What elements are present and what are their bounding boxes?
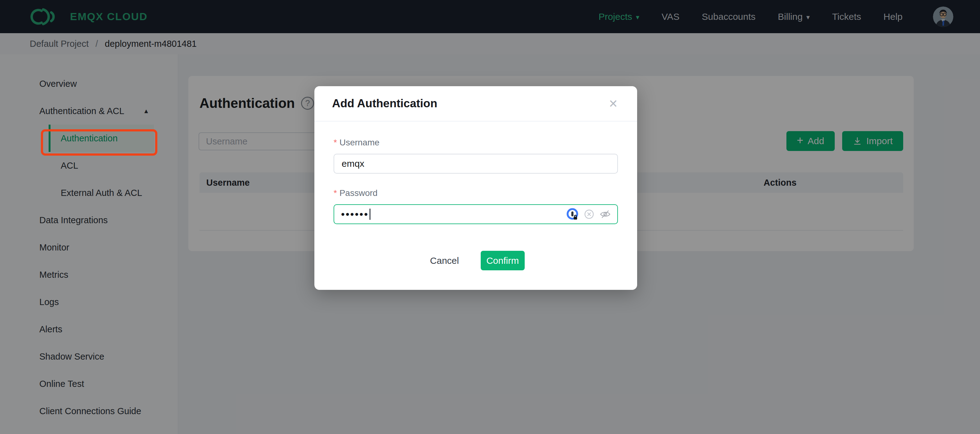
password-input-icons (566, 208, 611, 220)
close-icon[interactable]: ✕ (609, 97, 618, 110)
dialog-title: Add Authentication (332, 97, 438, 110)
eye-slash-icon[interactable] (599, 209, 611, 220)
dialog-header: Add Authentication ✕ (314, 86, 637, 121)
add-authentication-dialog: Add Authentication ✕ * Username * Passwo… (314, 86, 637, 290)
required-marker: * (334, 188, 337, 198)
dialog-footer: Cancel Confirm (334, 251, 618, 270)
cancel-button[interactable]: Cancel (427, 255, 462, 266)
confirm-button[interactable]: Confirm (481, 251, 525, 270)
onepassword-extension-icon[interactable] (566, 208, 579, 220)
required-marker: * (334, 138, 337, 148)
field-label-text: Password (339, 188, 377, 198)
password-masked-value: •••••• (341, 209, 369, 220)
password-input[interactable]: •••••• (334, 204, 618, 224)
clear-icon[interactable] (584, 209, 594, 220)
field-label-text: Username (339, 138, 379, 148)
username-field-label: * Username (334, 138, 618, 148)
text-cursor (369, 209, 371, 220)
dialog-body: * Username * Password •••••• (314, 121, 637, 270)
username-input[interactable] (341, 158, 611, 169)
password-field-label: * Password (334, 188, 618, 198)
username-input-wrapper (334, 154, 618, 174)
